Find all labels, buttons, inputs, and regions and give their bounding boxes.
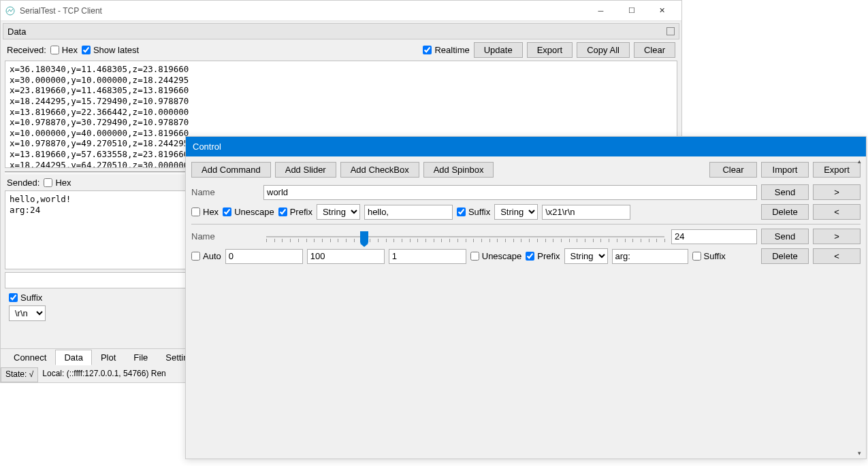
cmd-prefix-checkbox[interactable]: Prefix — [278, 207, 312, 217]
suffix-checkbox[interactable]: Suffix — [9, 293, 42, 303]
tab-connect[interactable]: Connect — [5, 350, 55, 365]
app-icon — [5, 5, 16, 16]
sended-label: Sended: — [7, 178, 39, 188]
slider-prefix-type-select[interactable]: String — [564, 248, 608, 264]
add-command-button[interactable]: Add Command — [191, 162, 271, 178]
cmd-hex-checkbox[interactable]: Hex — [191, 207, 219, 217]
add-slider-button[interactable]: Add Slider — [275, 162, 336, 178]
slider-name-label: Name — [191, 231, 259, 242]
slider-min-input[interactable] — [225, 249, 303, 264]
add-checkbox-button[interactable]: Add CheckBox — [340, 162, 419, 178]
dock-icon[interactable] — [666, 27, 675, 35]
show-latest-checkbox[interactable]: Show latest — [82, 45, 139, 55]
cmd-suffix-checkbox[interactable]: Suffix — [457, 207, 490, 217]
slider-prefix-checkbox[interactable]: Prefix — [526, 251, 560, 261]
received-toolbar: Received: Hex Show latest Realtime Updat… — [3, 39, 679, 61]
slider-row: Name Send > — [191, 229, 861, 244]
data-section-header: Data — [3, 23, 679, 39]
realtime-checkbox[interactable]: Realtime — [423, 45, 469, 55]
cmd-prefix-input[interactable] — [364, 205, 453, 220]
slider-step-input[interactable] — [389, 249, 466, 264]
export-button[interactable]: Export — [527, 42, 573, 58]
control-clear-button[interactable]: Clear — [709, 162, 757, 178]
slider-control[interactable] — [263, 229, 667, 244]
control-window: Control Add Command Add Slider Add Check… — [185, 136, 867, 459]
slider-prefix-input[interactable] — [612, 249, 688, 264]
minimize-button[interactable]: ─ — [585, 1, 616, 20]
slider-suffix-checkbox[interactable]: Suffix — [692, 251, 726, 261]
status-state: State: √ — [1, 367, 38, 382]
command-send-button[interactable]: Send — [761, 184, 809, 200]
command-delete-button[interactable]: Delete — [761, 204, 809, 220]
control-toolbar: Add Command Add Slider Add CheckBox Add … — [191, 162, 861, 178]
slider-max-input[interactable] — [307, 249, 385, 264]
control-import-button[interactable]: Import — [761, 162, 809, 178]
suffix-select[interactable]: \r\n — [9, 305, 46, 321]
tab-file[interactable]: File — [125, 350, 157, 365]
section-title: Data — [7, 27, 26, 37]
command-name-input[interactable] — [263, 185, 757, 200]
scroll-indicator[interactable]: ▴▾ — [854, 158, 865, 456]
command-options-row: Hex Unescape Prefix String Suffix String… — [191, 204, 861, 220]
slider-options-row: Auto Unescape Prefix String Suffix Delet… — [191, 248, 861, 264]
cmd-unescape-checkbox[interactable]: Unescape — [223, 207, 274, 217]
cmd-suffix-input[interactable] — [542, 205, 630, 220]
close-button[interactable]: ✕ — [647, 1, 677, 20]
maximize-button[interactable]: ☐ — [616, 1, 647, 20]
update-button[interactable]: Update — [474, 42, 523, 58]
control-titlebar[interactable]: Control — [186, 137, 866, 156]
cmd-prefix-type-select[interactable]: String — [317, 204, 360, 220]
cmd-suffix-type-select[interactable]: String — [494, 204, 538, 220]
received-label: Received: — [7, 45, 46, 55]
hex-checkbox[interactable]: Hex — [50, 45, 78, 55]
titlebar: SerialTest - TCP Client ─ ☐ ✕ — [1, 1, 681, 21]
add-spinbox-button[interactable]: Add Spinbox — [423, 162, 494, 178]
clear-button[interactable]: Clear — [634, 42, 675, 58]
copy-all-button[interactable]: Copy All — [577, 42, 630, 58]
slider-send-button[interactable]: Send — [761, 229, 809, 244]
slider-auto-checkbox[interactable]: Auto — [191, 251, 221, 261]
window-title: SerialTest - TCP Client — [20, 6, 585, 16]
sended-hex-checkbox[interactable]: Hex — [44, 178, 71, 188]
slider-value-input[interactable] — [671, 229, 757, 244]
slider-unescape-checkbox[interactable]: Unescape — [470, 251, 522, 261]
tab-plot[interactable]: Plot — [92, 350, 125, 365]
name-label: Name — [191, 187, 259, 197]
slider-delete-button[interactable]: Delete — [761, 248, 809, 264]
tab-data[interactable]: Data — [55, 350, 91, 365]
command-row: Name Send > — [191, 184, 861, 200]
